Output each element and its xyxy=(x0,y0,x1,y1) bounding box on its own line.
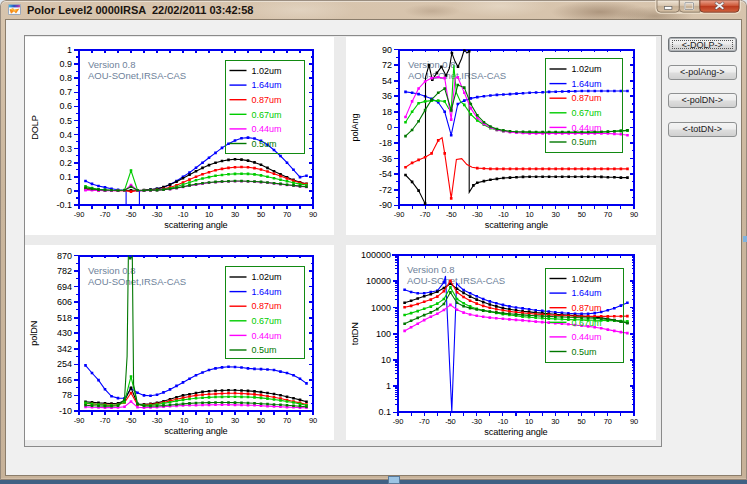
svg-text:36: 36 xyxy=(382,91,392,101)
svg-text:-36: -36 xyxy=(379,154,392,164)
svg-text:30: 30 xyxy=(551,417,559,426)
svg-text:0.87um: 0.87um xyxy=(252,301,282,311)
svg-text:10: 10 xyxy=(381,355,391,365)
svg-text:AOU-SOnet,IRSA-CAS: AOU-SOnet,IRSA-CAS xyxy=(408,70,506,81)
svg-text:10: 10 xyxy=(205,210,213,219)
svg-text:10: 10 xyxy=(525,417,533,426)
svg-text:Version 0.8: Version 0.8 xyxy=(88,59,136,70)
svg-text:-54: -54 xyxy=(379,169,392,179)
svg-text:430: 430 xyxy=(57,328,72,338)
svg-text:-30: -30 xyxy=(471,417,482,426)
svg-text:0.67um: 0.67um xyxy=(572,318,602,328)
svg-text:-50: -50 xyxy=(126,210,137,219)
svg-text:1.02um: 1.02um xyxy=(252,272,282,282)
svg-text:AOU-SOnet,IRSA-CAS: AOU-SOnet,IRSA-CAS xyxy=(88,276,186,287)
svg-text:-90: -90 xyxy=(379,200,392,210)
svg-text:0.5um: 0.5um xyxy=(572,137,597,147)
svg-text:606: 606 xyxy=(57,297,72,307)
svg-text:1.02um: 1.02um xyxy=(572,64,602,74)
svg-text:-50: -50 xyxy=(126,416,137,425)
svg-text:0.44um: 0.44um xyxy=(572,332,602,342)
svg-text:0.44um: 0.44um xyxy=(252,331,282,341)
svg-text:694: 694 xyxy=(57,282,72,292)
svg-text:0.1: 0.1 xyxy=(59,172,72,182)
svg-text:70: 70 xyxy=(604,210,612,219)
svg-text:1.02um: 1.02um xyxy=(252,66,282,76)
svg-text:-90: -90 xyxy=(393,417,404,426)
svg-text:10: 10 xyxy=(526,210,534,219)
svg-text:scattering angle: scattering angle xyxy=(164,220,227,230)
svg-text:50: 50 xyxy=(578,210,586,219)
svg-text:-30: -30 xyxy=(152,210,163,219)
svg-text:-0.1: -0.1 xyxy=(56,200,72,210)
svg-text:72: 72 xyxy=(382,60,392,70)
svg-text:1.64um: 1.64um xyxy=(252,80,282,90)
svg-text:scattering angle: scattering angle xyxy=(485,220,548,230)
svg-text:0.5um: 0.5um xyxy=(252,139,277,149)
svg-text:scattering angle: scattering angle xyxy=(164,426,227,436)
svg-text:-70: -70 xyxy=(420,210,431,219)
svg-text:254: 254 xyxy=(57,359,72,369)
svg-text:AOU-SOnet,IRSA-CAS: AOU-SOnet,IRSA-CAS xyxy=(88,70,186,81)
svg-text:0.3: 0.3 xyxy=(59,144,72,154)
svg-text:-70: -70 xyxy=(100,210,111,219)
svg-text:-90: -90 xyxy=(74,210,85,219)
svg-text:90: 90 xyxy=(630,417,638,426)
svg-text:782: 782 xyxy=(57,266,72,276)
svg-text:-90: -90 xyxy=(74,416,85,425)
svg-text:-90: -90 xyxy=(394,210,405,219)
svg-text:0.5um: 0.5um xyxy=(252,345,277,355)
svg-text:-70: -70 xyxy=(100,416,111,425)
svg-text:0.87um: 0.87um xyxy=(572,303,602,313)
svg-text:0.67um: 0.67um xyxy=(252,316,282,326)
svg-text:0.44um: 0.44um xyxy=(572,123,602,133)
svg-text:54: 54 xyxy=(382,76,392,86)
svg-text:90: 90 xyxy=(630,210,638,219)
svg-text:10000: 10000 xyxy=(366,276,391,286)
svg-text:100000: 100000 xyxy=(361,250,391,260)
svg-text:0.67um: 0.67um xyxy=(252,110,282,120)
svg-text:18: 18 xyxy=(382,107,392,117)
svg-text:50: 50 xyxy=(257,210,265,219)
svg-text:0.87um: 0.87um xyxy=(252,95,282,105)
svg-text:1.64um: 1.64um xyxy=(252,287,282,297)
svg-text:342: 342 xyxy=(57,344,72,354)
svg-text:0: 0 xyxy=(67,186,72,196)
svg-text:-10: -10 xyxy=(59,406,72,416)
svg-text:DOLP: DOLP xyxy=(30,115,40,140)
svg-text:0.8: 0.8 xyxy=(59,73,72,83)
svg-text:90: 90 xyxy=(309,210,317,219)
svg-text:0.4: 0.4 xyxy=(59,130,72,140)
svg-text:-50: -50 xyxy=(446,210,457,219)
svg-text:10: 10 xyxy=(205,416,213,425)
svg-text:1: 1 xyxy=(67,45,72,55)
svg-text:Version 0.8: Version 0.8 xyxy=(407,264,455,275)
svg-text:0.44um: 0.44um xyxy=(252,124,282,134)
svg-text:-10: -10 xyxy=(178,210,189,219)
svg-text:90: 90 xyxy=(309,416,317,425)
svg-text:-18: -18 xyxy=(379,138,392,148)
svg-text:166: 166 xyxy=(57,375,72,385)
svg-text:totDN: totDN xyxy=(351,322,361,345)
svg-text:0.67um: 0.67um xyxy=(572,108,602,118)
svg-text:scattering angle: scattering angle xyxy=(484,427,547,437)
svg-text:70: 70 xyxy=(604,417,612,426)
svg-text:30: 30 xyxy=(552,210,560,219)
svg-text:-30: -30 xyxy=(152,416,163,425)
svg-text:0.9: 0.9 xyxy=(59,59,72,69)
svg-text:0.2: 0.2 xyxy=(59,158,72,168)
svg-text:polAng: polAng xyxy=(351,113,361,141)
svg-text:50: 50 xyxy=(257,416,265,425)
svg-text:-30: -30 xyxy=(472,210,483,219)
svg-text:90: 90 xyxy=(382,45,392,55)
svg-text:polDN: polDN xyxy=(30,321,40,346)
svg-text:70: 70 xyxy=(283,416,291,425)
svg-text:870: 870 xyxy=(57,251,72,261)
svg-text:-10: -10 xyxy=(178,416,189,425)
svg-text:518: 518 xyxy=(57,313,72,323)
svg-text:-50: -50 xyxy=(445,417,456,426)
svg-text:70: 70 xyxy=(283,210,291,219)
svg-text:78: 78 xyxy=(62,390,72,400)
svg-text:-10: -10 xyxy=(498,210,509,219)
svg-text:0.5: 0.5 xyxy=(59,116,72,126)
